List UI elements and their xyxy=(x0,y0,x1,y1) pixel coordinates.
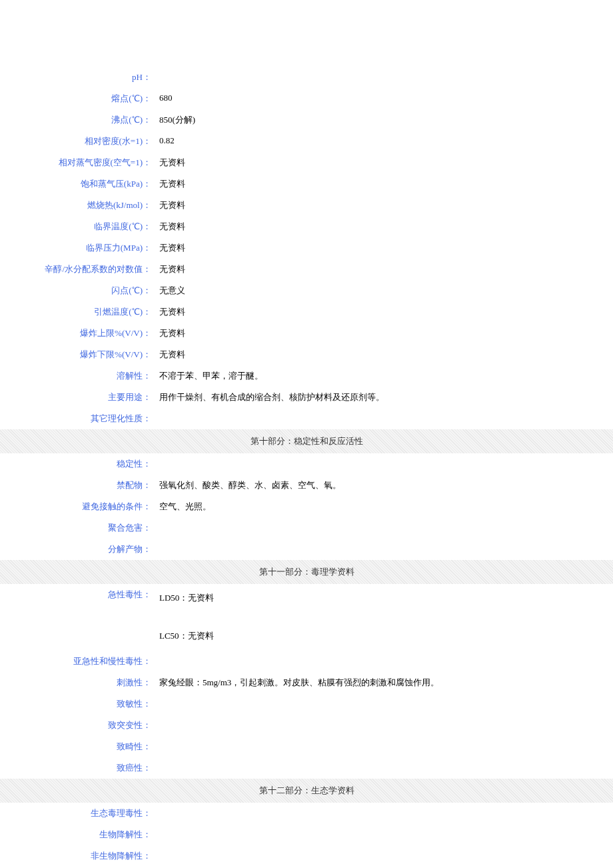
property-value: 无资料 xyxy=(157,306,613,318)
toxicology-label: 亚急性和慢性毒性： xyxy=(0,655,157,667)
stability-row: 禁配物：强氧化剂、酸类、醇类、水、卤素、空气、氧。 xyxy=(0,475,613,496)
toxicology-label: 刺激性： xyxy=(0,677,157,689)
property-row: 沸点(℃)：850(分解) xyxy=(0,109,613,131)
property-row: 闪点(℃)：无意义 xyxy=(0,280,613,301)
section-11-content: 急性毒性：LD50：无资料 LC50：无资料亚急性和慢性毒性：刺激性：家兔经眼：… xyxy=(0,584,613,779)
property-label: 其它理化性质： xyxy=(0,413,157,425)
property-row: 燃烧热(kJ/mol)：无资料 xyxy=(0,195,613,216)
property-label: 相对密度(水=1)： xyxy=(0,135,157,147)
property-row: 临界压力(MPa)：无资料 xyxy=(0,237,613,259)
toxicology-label: 急性毒性： xyxy=(0,589,157,601)
toxicology-row: 急性毒性：LD50：无资料 LC50：无资料 xyxy=(0,584,613,651)
property-row: pH： xyxy=(0,67,613,88)
stability-label: 分解产物： xyxy=(0,543,157,555)
stability-label: 避免接触的条件： xyxy=(0,501,157,513)
stability-row: 避免接触的条件：空气、光照。 xyxy=(0,496,613,517)
stability-row: 分解产物： xyxy=(0,539,613,560)
property-value: 无资料 xyxy=(157,242,613,254)
toxicology-row: 致敏性： xyxy=(0,693,613,715)
property-label: 沸点(℃)： xyxy=(0,114,157,126)
property-label: 爆炸上限%(V/V)： xyxy=(0,327,157,339)
property-label: pH： xyxy=(0,71,157,83)
ecology-row: 非生物降解性： xyxy=(0,845,613,867)
property-value: 无资料 xyxy=(157,221,613,233)
toxicology-label: 致突变性： xyxy=(0,719,157,731)
property-row: 爆炸上限%(V/V)：无资料 xyxy=(0,323,613,344)
property-row: 相对密度(水=1)：0.82 xyxy=(0,131,613,152)
property-value: 无资料 xyxy=(157,327,613,339)
stability-value: 强氧化剂、酸类、醇类、水、卤素、空气、氧。 xyxy=(157,479,613,491)
property-row: 临界温度(℃)：无资料 xyxy=(0,216,613,237)
ecology-label: 非生物降解性： xyxy=(0,850,157,862)
property-row: 爆炸下限%(V/V)：无资料 xyxy=(0,344,613,365)
property-label: 相对蒸气密度(空气=1)： xyxy=(0,157,157,169)
property-value: 850(分解) xyxy=(157,114,613,126)
toxicology-row: 刺激性：家兔经眼：5mg/m3，引起刺激。对皮肤、粘膜有强烈的刺激和腐蚀作用。 xyxy=(0,672,613,693)
property-row: 熔点(℃)：680 xyxy=(0,88,613,109)
property-row: 饱和蒸气压(kPa)：无资料 xyxy=(0,173,613,195)
stability-row: 稳定性： xyxy=(0,453,613,475)
toxicology-label: 致癌性： xyxy=(0,762,157,774)
property-row: 溶解性：不溶于苯、甲苯，溶于醚。 xyxy=(0,365,613,387)
property-value: 无资料 xyxy=(157,178,613,190)
property-label: 临界压力(MPa)： xyxy=(0,242,157,254)
section-10-header: 第十部分：稳定性和反应活性 xyxy=(0,429,613,453)
property-value: 不溶于苯、甲苯，溶于醚。 xyxy=(157,370,613,382)
toxicology-value: LD50：无资料 LC50：无资料 xyxy=(157,589,613,646)
property-row: 主要用途：用作干燥剂、有机合成的缩合剂、核防护材料及还原剂等。 xyxy=(0,387,613,408)
ecology-row: 生物降解性： xyxy=(0,824,613,845)
ecology-label: 生物降解性： xyxy=(0,829,157,841)
section-12-header: 第十二部分：生态学资料 xyxy=(0,779,613,803)
property-label: 主要用途： xyxy=(0,391,157,403)
property-label: 溶解性： xyxy=(0,370,157,382)
toxicology-row: 致癌性： xyxy=(0,757,613,779)
toxicology-row: 致突变性： xyxy=(0,715,613,736)
property-label: 引燃温度(℃)： xyxy=(0,306,157,318)
property-label: 辛醇/水分配系数的对数值： xyxy=(0,263,157,275)
stability-label: 稳定性： xyxy=(0,458,157,470)
stability-label: 聚合危害： xyxy=(0,522,157,534)
toxicology-row: 致畸性： xyxy=(0,736,613,757)
physical-properties: pH：熔点(℃)：680沸点(℃)：850(分解)相对密度(水=1)：0.82相… xyxy=(0,67,613,429)
property-label: 闪点(℃)： xyxy=(0,285,157,297)
property-value: 0.82 xyxy=(157,135,613,146)
property-label: 熔点(℃)： xyxy=(0,93,157,105)
property-label: 临界温度(℃)： xyxy=(0,221,157,233)
property-value: 无意义 xyxy=(157,285,613,297)
property-value: 用作干燥剂、有机合成的缩合剂、核防护材料及还原剂等。 xyxy=(157,391,613,403)
property-row: 引燃温度(℃)：无资料 xyxy=(0,301,613,323)
property-label: 饱和蒸气压(kPa)： xyxy=(0,178,157,190)
property-label: 爆炸下限%(V/V)： xyxy=(0,349,157,361)
stability-value: 空气、光照。 xyxy=(157,501,613,513)
property-value: 无资料 xyxy=(157,349,613,361)
ecology-row: 生态毒理毒性： xyxy=(0,803,613,824)
stability-row: 聚合危害： xyxy=(0,517,613,539)
section-11-header: 第十一部分：毒理学资料 xyxy=(0,560,613,584)
property-label: 燃烧热(kJ/mol)： xyxy=(0,199,157,211)
stability-label: 禁配物： xyxy=(0,479,157,491)
toxicology-label: 致敏性： xyxy=(0,698,157,710)
property-value: 680 xyxy=(157,93,613,103)
section-10-content: 稳定性：禁配物：强氧化剂、酸类、醇类、水、卤素、空气、氧。避免接触的条件：空气、… xyxy=(0,453,613,560)
property-row: 辛醇/水分配系数的对数值：无资料 xyxy=(0,259,613,280)
toxicology-label: 致畸性： xyxy=(0,741,157,753)
toxicology-row: 亚急性和慢性毒性： xyxy=(0,651,613,672)
section-12-content: 生态毒理毒性：生物降解性：非生物降解性： xyxy=(0,803,613,867)
property-row: 相对蒸气密度(空气=1)：无资料 xyxy=(0,152,613,173)
property-value: 无资料 xyxy=(157,157,613,169)
toxicology-value: 家兔经眼：5mg/m3，引起刺激。对皮肤、粘膜有强烈的刺激和腐蚀作用。 xyxy=(157,677,613,689)
property-row: 其它理化性质： xyxy=(0,408,613,429)
property-value: 无资料 xyxy=(157,263,613,275)
ecology-label: 生态毒理毒性： xyxy=(0,807,157,819)
property-value: 无资料 xyxy=(157,199,613,211)
